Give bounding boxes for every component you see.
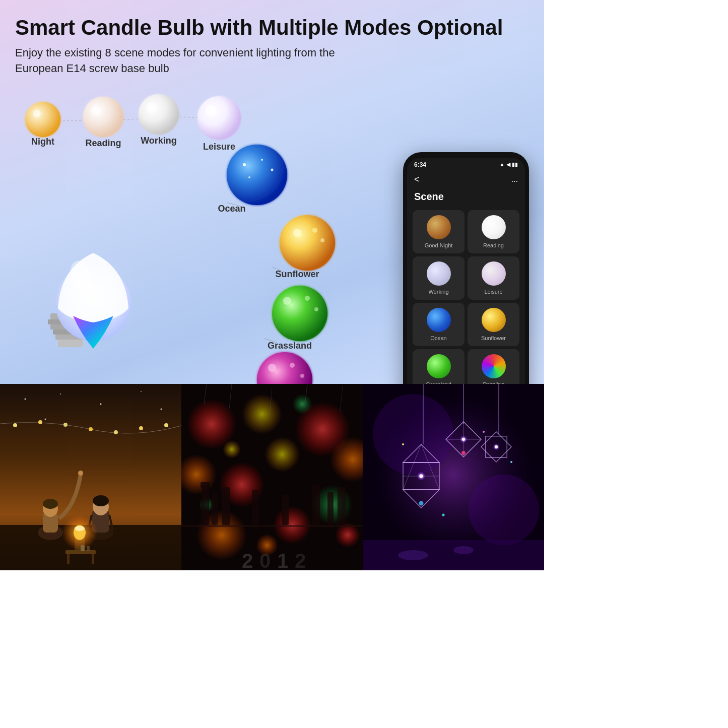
svg-rect-134 xyxy=(363,540,544,570)
svg-point-9 xyxy=(243,163,246,166)
label-sunflower: Sunflower xyxy=(275,269,319,279)
status-time: 6:34 xyxy=(414,161,426,168)
phone-menu-button[interactable]: ... xyxy=(511,175,518,184)
label-leisure: Leisure xyxy=(203,142,235,152)
svg-point-21 xyxy=(305,296,310,301)
svg-text:1: 1 xyxy=(277,550,288,570)
svg-text:2: 2 xyxy=(295,550,306,570)
scene-cell-reading[interactable]: Reading xyxy=(468,210,519,253)
svg-point-7 xyxy=(205,105,216,116)
photo-bar: 2 0 1 2 xyxy=(181,384,363,570)
content-row: Night Reading Working Leisure xyxy=(15,92,529,374)
svg-point-25 xyxy=(268,364,276,372)
svg-point-4 xyxy=(139,94,179,135)
svg-point-27 xyxy=(300,374,304,378)
scene-cell-leisure[interactable]: Leisure xyxy=(468,256,519,300)
svg-point-129 xyxy=(461,451,466,455)
svg-point-6 xyxy=(197,96,241,140)
scene-label-working: Working xyxy=(428,289,448,295)
main-title: Smart Candle Bulb with Multiple Modes Op… xyxy=(15,15,529,40)
svg-point-44 xyxy=(45,418,46,420)
scene-icon-good-night xyxy=(427,215,451,239)
svg-rect-67 xyxy=(67,554,70,564)
svg-point-42 xyxy=(161,408,162,410)
svg-point-123 xyxy=(419,501,424,505)
svg-point-49 xyxy=(114,430,118,434)
status-icons: ▲ ◀ ▮▮ xyxy=(499,161,518,168)
phone-status-bar: 6:34 ▲ ◀ ▮▮ xyxy=(407,158,525,170)
scene-icon-working xyxy=(427,261,451,286)
svg-point-16 xyxy=(312,228,317,233)
svg-point-41 xyxy=(141,391,142,392)
svg-point-2 xyxy=(83,97,123,137)
phone-nav-bar: < ... xyxy=(407,170,525,189)
scene-svg: Night Reading Working Leisure xyxy=(15,92,383,414)
svg-rect-97 xyxy=(181,384,363,570)
scene-cell-sunflower[interactable]: Sunflower xyxy=(468,303,519,346)
scene-cell-working[interactable]: Working xyxy=(413,256,465,300)
label-grassland: Grassland xyxy=(268,341,312,351)
svg-point-61 xyxy=(93,495,109,506)
svg-text:2: 2 xyxy=(242,550,253,570)
svg-point-128 xyxy=(462,438,465,441)
scene-icon-sunflower xyxy=(482,308,506,332)
scene-icon-grassland xyxy=(427,354,451,378)
svg-point-140 xyxy=(510,461,512,463)
top-section: Smart Candle Bulb with Multiple Modes Op… xyxy=(0,0,544,384)
svg-rect-69 xyxy=(81,545,85,551)
svg-point-12 xyxy=(248,176,250,178)
svg-point-11 xyxy=(271,168,274,171)
svg-point-20 xyxy=(283,297,291,305)
svg-point-57 xyxy=(78,471,83,476)
svg-point-56 xyxy=(43,499,58,509)
svg-rect-34 xyxy=(58,340,83,347)
svg-point-40 xyxy=(100,403,102,405)
scene-label-sunflower: Sunflower xyxy=(481,335,506,341)
svg-point-1 xyxy=(33,109,41,117)
svg-point-15 xyxy=(293,229,301,237)
scene-icon-ocean xyxy=(427,308,451,332)
svg-point-50 xyxy=(139,426,143,430)
svg-point-46 xyxy=(38,420,42,424)
camping-svg xyxy=(0,384,181,570)
scene-cell-good-night[interactable]: Good Night xyxy=(413,210,465,253)
scene-label-ocean: Ocean xyxy=(430,335,446,341)
svg-point-47 xyxy=(63,423,68,427)
label-working: Working xyxy=(141,136,177,146)
geometric-svg xyxy=(363,384,544,570)
svg-point-136 xyxy=(453,546,474,554)
label-ocean: Ocean xyxy=(218,204,245,214)
svg-point-5 xyxy=(146,103,156,113)
photos-section: 2 0 1 2 xyxy=(0,384,544,570)
svg-point-65 xyxy=(75,526,85,531)
phone-back-button[interactable]: < xyxy=(414,174,420,185)
svg-point-139 xyxy=(483,431,485,433)
svg-point-14 xyxy=(280,215,335,271)
scene-label-leisure: Leisure xyxy=(484,289,502,295)
scene-label-good-night: Good Night xyxy=(425,242,453,248)
subtitle: Enjoy the existing 8 scene modes for con… xyxy=(15,45,358,77)
svg-point-38 xyxy=(25,398,26,400)
svg-point-26 xyxy=(290,363,295,368)
svg-text:0: 0 xyxy=(259,550,271,570)
svg-point-51 xyxy=(164,423,168,427)
photo-geometric xyxy=(363,384,544,570)
svg-rect-66 xyxy=(65,550,96,554)
svg-point-122 xyxy=(419,474,423,478)
scene-grid: Good Night Reading Working xyxy=(407,209,525,394)
svg-point-10 xyxy=(261,159,263,161)
phone-scene-title: Scene xyxy=(407,189,525,209)
scene-icon-dazzling xyxy=(482,354,506,378)
svg-point-137 xyxy=(402,443,404,445)
svg-point-8 xyxy=(227,145,287,205)
svg-point-0 xyxy=(25,102,60,137)
scene-icon-leisure xyxy=(482,261,506,286)
label-reading: Reading xyxy=(85,138,121,148)
svg-rect-70 xyxy=(87,546,90,551)
scene-cell-ocean[interactable]: Ocean xyxy=(413,303,465,346)
bar-svg: 2 0 1 2 xyxy=(181,384,363,570)
svg-point-135 xyxy=(398,550,428,560)
svg-point-3 xyxy=(91,105,101,115)
scene-label-reading: Reading xyxy=(483,242,504,248)
svg-point-48 xyxy=(89,427,93,431)
